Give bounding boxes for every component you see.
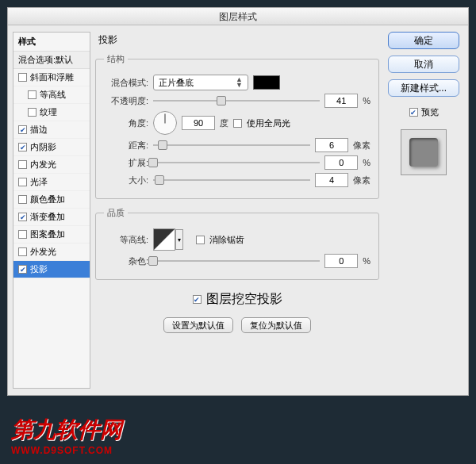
sidebar-checkbox[interactable] bbox=[18, 160, 27, 169]
distance-unit: 像素 bbox=[353, 140, 370, 151]
preview-toggle[interactable]: 预览 bbox=[409, 106, 439, 118]
sidebar-item-label: 内发光 bbox=[30, 159, 56, 171]
sidebar-checkbox[interactable] bbox=[28, 90, 36, 99]
sidebar-sub[interactable]: 混合选项:默认 bbox=[13, 52, 90, 69]
sidebar-item-label: 等高线 bbox=[40, 89, 66, 101]
opacity-row: 不透明度: 41 % bbox=[104, 94, 370, 108]
sidebar-checkbox[interactable] bbox=[18, 143, 27, 151]
quality-legend: 品质 bbox=[104, 207, 128, 219]
dialog-title: 图层样式 bbox=[8, 8, 468, 25]
preview-label: 预览 bbox=[421, 106, 439, 118]
preview-checkbox[interactable] bbox=[409, 108, 418, 117]
reset-default-button[interactable]: 复位为默认值 bbox=[241, 317, 311, 333]
blend-value: 正片叠底 bbox=[159, 77, 194, 89]
sidebar-checkbox[interactable] bbox=[28, 108, 36, 117]
sidebar-item-label: 图案叠加 bbox=[30, 228, 65, 240]
knockout-checkbox[interactable] bbox=[193, 295, 202, 304]
watermark: 第九软件网 WWW.D9SOFT.COM bbox=[11, 415, 122, 456]
antialias-checkbox[interactable] bbox=[196, 236, 205, 244]
size-slider[interactable] bbox=[153, 174, 310, 186]
angle-row: 角度: 90 度 使用全局光 bbox=[104, 111, 370, 135]
blend-select[interactable]: 正片叠底 ▲▼ bbox=[153, 75, 248, 90]
angle-label: 角度: bbox=[104, 117, 148, 129]
sidebar-item-label: 渐变叠加 bbox=[30, 211, 65, 223]
dialog-body: 样式 混合选项:默认 斜面和浮雕等高线纹理描边内阴影内发光光泽颜色叠加渐变叠加图… bbox=[8, 25, 468, 395]
distance-row: 距离: 6 像素 bbox=[104, 138, 370, 152]
sidebar-item-label: 颜色叠加 bbox=[30, 194, 65, 205]
cancel-button[interactable]: 取消 bbox=[388, 56, 459, 73]
contour-label: 等高线: bbox=[104, 234, 148, 246]
sidebar-item[interactable]: 颜色叠加 bbox=[13, 191, 90, 209]
sidebar-checkbox[interactable] bbox=[18, 178, 27, 186]
default-buttons: 设置为默认值 复位为默认值 bbox=[95, 317, 379, 333]
noise-unit: % bbox=[363, 256, 370, 266]
blend-label: 混合模式: bbox=[104, 77, 148, 89]
angle-unit: 度 bbox=[220, 117, 228, 129]
sidebar-checkbox[interactable] bbox=[18, 125, 27, 134]
noise-row: 杂色: 0 % bbox=[104, 254, 370, 268]
main-panel: 投影 结构 混合模式: 正片叠底 ▲▼ 不透明度: 41 % bbox=[95, 32, 379, 389]
distance-slider[interactable] bbox=[153, 140, 310, 151]
angle-dial[interactable] bbox=[153, 111, 177, 135]
sidebar-checkbox[interactable] bbox=[18, 213, 27, 221]
sidebar-item[interactable]: 斜面和浮雕 bbox=[13, 69, 90, 86]
sidebar-item[interactable]: 渐变叠加 bbox=[13, 209, 90, 226]
noise-slider[interactable] bbox=[153, 255, 320, 267]
ok-button[interactable]: 确定 bbox=[388, 32, 459, 49]
sidebar-item[interactable]: 外发光 bbox=[13, 244, 90, 261]
quality-group: 品质 等高线: ▾ 消除锯齿 杂色: 0 % bbox=[95, 207, 379, 280]
style-sidebar: 样式 混合选项:默认 斜面和浮雕等高线纹理描边内阴影内发光光泽颜色叠加渐变叠加图… bbox=[13, 32, 90, 389]
set-default-button[interactable]: 设置为默认值 bbox=[163, 317, 233, 333]
spread-input[interactable]: 0 bbox=[324, 155, 358, 170]
size-label: 大小: bbox=[104, 174, 148, 186]
layer-style-dialog: 图层样式 样式 混合选项:默认 斜面和浮雕等高线纹理描边内阴影内发光光泽颜色叠加… bbox=[7, 7, 469, 396]
updown-icon: ▲▼ bbox=[236, 77, 243, 88]
preview-swatch bbox=[409, 138, 438, 167]
global-light-label: 使用全局光 bbox=[247, 117, 290, 129]
size-unit: 像素 bbox=[353, 174, 370, 186]
contour-picker[interactable]: ▾ bbox=[153, 228, 175, 251]
blend-row: 混合模式: 正片叠底 ▲▼ bbox=[104, 75, 370, 90]
structure-group: 结构 混合模式: 正片叠底 ▲▼ 不透明度: 41 % 角度: bbox=[95, 53, 379, 199]
sidebar-checkbox[interactable] bbox=[18, 265, 27, 274]
button-column: 确定 取消 新建样式... 预览 bbox=[384, 32, 463, 389]
global-light-checkbox[interactable] bbox=[233, 119, 242, 128]
sidebar-item[interactable]: 纹理 bbox=[13, 104, 90, 121]
sidebar-checkbox[interactable] bbox=[18, 73, 27, 82]
color-swatch[interactable] bbox=[253, 75, 280, 90]
opacity-slider[interactable] bbox=[153, 95, 320, 106]
sidebar-checkbox[interactable] bbox=[18, 247, 27, 256]
size-row: 大小: 4 像素 bbox=[104, 173, 370, 187]
sidebar-item[interactable]: 内阴影 bbox=[13, 139, 90, 156]
distance-input[interactable]: 6 bbox=[315, 138, 348, 152]
antialias-label: 消除锯齿 bbox=[209, 234, 244, 246]
sidebar-item[interactable]: 光泽 bbox=[13, 174, 90, 191]
sidebar-item-label: 光泽 bbox=[30, 176, 48, 188]
opacity-input[interactable]: 41 bbox=[324, 94, 358, 108]
sidebar-checkbox[interactable] bbox=[18, 230, 27, 239]
structure-legend: 结构 bbox=[104, 53, 128, 65]
sidebar-item-label: 外发光 bbox=[30, 246, 56, 258]
noise-input[interactable]: 0 bbox=[324, 254, 358, 268]
preview-box bbox=[401, 129, 447, 175]
sidebar-item[interactable]: 图案叠加 bbox=[13, 226, 90, 244]
sidebar-item[interactable]: 投影 bbox=[13, 261, 90, 278]
sidebar-item-label: 投影 bbox=[30, 263, 48, 275]
sidebar-item[interactable]: 等高线 bbox=[13, 86, 90, 104]
contour-row: 等高线: ▾ 消除锯齿 bbox=[104, 228, 370, 251]
new-style-button[interactable]: 新建样式... bbox=[388, 79, 459, 97]
sidebar-item-label: 斜面和浮雕 bbox=[30, 71, 74, 83]
chevron-down-icon[interactable]: ▾ bbox=[175, 229, 183, 250]
sidebar-checkbox[interactable] bbox=[18, 195, 27, 204]
watermark-title: 第九软件网 bbox=[11, 415, 122, 445]
knockout-label: 图层挖空投影 bbox=[206, 291, 282, 308]
sidebar-item[interactable]: 描边 bbox=[13, 121, 90, 139]
size-input[interactable]: 4 bbox=[315, 173, 348, 187]
sidebar-header: 样式 bbox=[13, 33, 90, 52]
spread-slider[interactable] bbox=[153, 157, 320, 168]
angle-input[interactable]: 90 bbox=[182, 116, 215, 130]
section-title: 投影 bbox=[95, 32, 379, 50]
distance-label: 距离: bbox=[104, 140, 148, 151]
sidebar-item[interactable]: 内发光 bbox=[13, 156, 90, 174]
sidebar-item-label: 描边 bbox=[30, 124, 48, 136]
